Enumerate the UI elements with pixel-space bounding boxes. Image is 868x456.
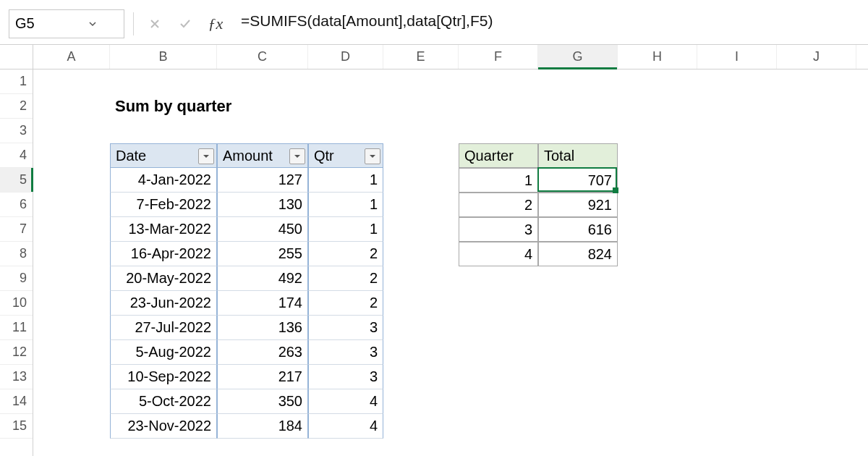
column-header[interactable]: C — [217, 45, 308, 69]
row-header[interactable]: 15 — [0, 414, 33, 439]
row-header[interactable]: 11 — [0, 316, 33, 340]
cell[interactable]: 3 — [459, 217, 538, 242]
cell[interactable]: 255 — [217, 242, 308, 266]
column-header[interactable]: H — [618, 45, 697, 69]
table-header[interactable]: Date — [110, 143, 217, 168]
table-header[interactable]: Qtr — [308, 143, 383, 168]
cell[interactable]: 2 — [308, 291, 383, 316]
row-header[interactable]: 8 — [0, 242, 33, 266]
row-headers: 123456789101112131415 — [0, 45, 33, 456]
cell[interactable]: 263 — [217, 340, 308, 365]
row-header[interactable]: 10 — [0, 291, 33, 316]
cell[interactable]: 350 — [217, 389, 308, 414]
cell[interactable]: 127 — [217, 168, 308, 193]
cell[interactable]: 184 — [217, 414, 308, 439]
row-header[interactable]: 1 — [0, 69, 33, 94]
cell[interactable]: 5-Oct-2022 — [110, 389, 217, 414]
cell[interactable]: 20-May-2022 — [110, 266, 217, 291]
page-title: Sum by quarter — [110, 94, 308, 119]
cell[interactable]: 130 — [217, 193, 308, 217]
fx-icon[interactable]: ƒx — [203, 12, 228, 36]
cell[interactable]: 824 — [538, 242, 618, 266]
cell[interactable]: 174 — [217, 291, 308, 316]
table-header[interactable]: Amount — [217, 143, 308, 168]
cell[interactable]: 616 — [538, 217, 618, 242]
row-header[interactable]: 6 — [0, 193, 33, 217]
row-header[interactable]: 9 — [0, 266, 33, 291]
cell[interactable]: 23-Jun-2022 — [110, 291, 217, 316]
cell[interactable]: 217 — [217, 365, 308, 389]
row-header[interactable]: 4 — [0, 143, 33, 168]
cell[interactable]: 492 — [217, 266, 308, 291]
cell[interactable]: 4 — [308, 414, 383, 439]
cell[interactable]: 1 — [308, 217, 383, 242]
separator — [133, 12, 134, 35]
cell[interactable]: 16-Apr-2022 — [110, 242, 217, 266]
column-header[interactable]: I — [697, 45, 777, 69]
row-header[interactable]: 13 — [0, 365, 33, 389]
column-header[interactable]: E — [383, 45, 459, 69]
name-box-value: G5 — [15, 15, 67, 32]
select-all-corner[interactable] — [0, 45, 33, 69]
cell[interactable]: 1 — [308, 168, 383, 193]
filter-dropdown-icon[interactable] — [289, 148, 305, 164]
cell[interactable]: 3 — [308, 316, 383, 340]
filter-dropdown-icon[interactable] — [198, 148, 214, 164]
column-header[interactable]: J — [777, 45, 856, 69]
cell[interactable]: 4 — [308, 389, 383, 414]
cell[interactable]: 450 — [217, 217, 308, 242]
cell[interactable]: 13-Mar-2022 — [110, 217, 217, 242]
cell[interactable]: 4 — [459, 242, 538, 266]
summary-header[interactable]: Quarter — [459, 143, 538, 168]
column-header[interactable]: F — [459, 45, 538, 69]
row-header[interactable]: 5 — [0, 168, 33, 193]
cancel-icon[interactable] — [142, 12, 167, 36]
cell[interactable]: 23-Nov-2022 — [110, 414, 217, 439]
cell[interactable]: 2 — [308, 242, 383, 266]
formula-bar: G5 ƒx =SUMIFS(data[Amount],data[Qtr],F5) — [0, 0, 868, 45]
cell[interactable]: 4-Jan-2022 — [110, 168, 217, 193]
formula-input[interactable]: =SUMIFS(data[Amount],data[Qtr],F5) — [234, 9, 859, 38]
cell[interactable]: 7-Feb-2022 — [110, 193, 217, 217]
cell[interactable]: 2 — [459, 193, 538, 217]
cell[interactable]: 5-Aug-2022 — [110, 340, 217, 365]
column-headers: ABCDEFGHIJ — [33, 45, 868, 69]
row-header[interactable]: 12 — [0, 340, 33, 365]
row-header[interactable]: 7 — [0, 217, 33, 242]
cell[interactable]: 707 — [538, 168, 618, 193]
cell[interactable]: 27-Jul-2022 — [110, 316, 217, 340]
column-header[interactable]: D — [308, 45, 383, 69]
worksheet: 123456789101112131415 ABCDEFGHIJ Sum by … — [0, 45, 868, 456]
summary-header[interactable]: Total — [538, 143, 618, 168]
cell[interactable]: 1 — [459, 168, 538, 193]
filter-dropdown-icon[interactable] — [365, 148, 380, 164]
cell[interactable]: 921 — [538, 193, 618, 217]
column-header[interactable]: B — [110, 45, 217, 69]
cell[interactable]: 136 — [217, 316, 308, 340]
cell[interactable]: 1 — [308, 193, 383, 217]
column-header[interactable]: G — [538, 45, 618, 69]
column-header[interactable]: A — [33, 45, 110, 69]
chevron-down-icon[interactable] — [67, 17, 118, 30]
cell[interactable]: 3 — [308, 365, 383, 389]
check-icon[interactable] — [173, 12, 197, 36]
grid[interactable]: ABCDEFGHIJ Sum by quarterDateAmountQtr4-… — [33, 45, 868, 456]
row-header[interactable]: 2 — [0, 94, 33, 119]
row-header[interactable]: 3 — [0, 119, 33, 143]
cell[interactable]: 10-Sep-2022 — [110, 365, 217, 389]
cell[interactable]: 3 — [308, 340, 383, 365]
cell[interactable]: 2 — [308, 266, 383, 291]
row-header[interactable]: 14 — [0, 389, 33, 414]
name-box[interactable]: G5 — [9, 9, 124, 38]
